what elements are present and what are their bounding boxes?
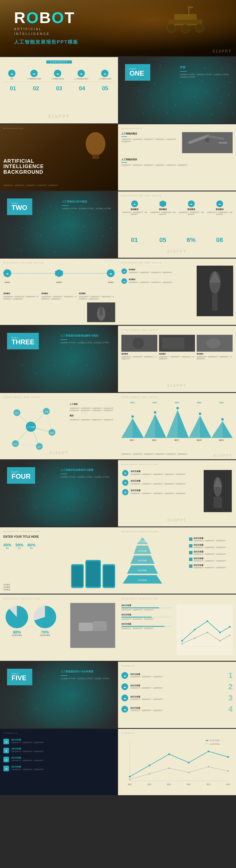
svg-rect-131	[162, 338, 184, 349]
pyramid: 知识主标题 知识主标题 知识主标题 知识主标题 知识主标题	[122, 536, 164, 585]
dist-text-content: 规划概述 在这里添加文字，在这里添加文字，在这里添加文字，在这里添加文字，在这里…	[3, 292, 114, 300]
research2-percents: 40% 概述 50% 概述 80% 概述	[3, 543, 35, 549]
contents-item-1: ☁ 序章	[5, 70, 19, 80]
svg-point-27	[161, 89, 162, 90]
svg-text:知识主标题: 知识主标题	[138, 550, 147, 552]
phone-labels: 知识概述 知识概述 知识概述	[3, 584, 10, 591]
svg-line-146	[17, 413, 31, 427]
part-four-content: 人工智能科研成果研究与展望 在这里输入文字内容，在这里输入文字内容，在这里输入文…	[60, 469, 112, 478]
svg-point-216	[181, 640, 183, 642]
svg-point-76	[36, 223, 37, 224]
svg-text:概述: 概述	[206, 783, 210, 785]
summary1-slide: SUMMARY ☁ 知识主标题 在这里添加文字，在这里添加文字，在这里添加文字 …	[118, 662, 236, 728]
svg-point-247	[68, 710, 69, 711]
svg-point-38	[187, 100, 188, 101]
invest-watermark: 615PPT	[167, 383, 187, 388]
svg-text:人工智能: 人工智能	[27, 426, 35, 428]
part-four-badge: PART FOUR	[7, 467, 35, 484]
svg-point-225	[229, 635, 231, 636]
svg-line-149	[31, 427, 39, 446]
part-one-slide: PART ONE 序章 在这里输入文字内容，在这里输入文字内容，在这里输入文字内…	[118, 57, 236, 123]
rocket-img	[197, 266, 233, 316]
svg-text:知识技术概述: 知识技术概述	[210, 743, 220, 745]
invest-label: INVESTMENT AND SCALE	[122, 329, 159, 331]
contents-item-4: ☁ 人工智能的规划与研究	[73, 70, 90, 80]
svg-point-125	[68, 374, 69, 375]
svg-point-236	[70, 683, 71, 684]
part-one-badge: PART ONE	[125, 64, 150, 81]
investment-slide: INVESTMENT AND SCALE 规划概述 在这里添加文字，在这里添加文…	[118, 326, 236, 392]
invest-items: 规划概述 在这里添加文字，在这里添加文字，在这里添加文字，在这里添加文字 规划概…	[122, 335, 233, 360]
svg-point-36	[164, 102, 165, 102]
svg-point-44	[156, 116, 157, 117]
svg-point-83	[40, 235, 41, 236]
svg-point-269	[188, 772, 190, 773]
research2-label: RESEARCH PRODUCTION	[3, 531, 40, 532]
svg-point-2	[167, 24, 176, 32]
summary2-chart-slide: SUMMARY	[118, 729, 236, 795]
part-two-slide: PART TWO 人工智能的分析与规划 在这里输入文字内容，在这里输入文字内容，…	[0, 191, 118, 258]
svg-point-268	[169, 768, 170, 769]
distribution-slide: DISTRIBUTION AND SCALE ☁ 规划概述 在这里添加文字，在这…	[118, 191, 236, 258]
svg-marker-156	[144, 414, 155, 438]
contents-slide: CONTENTS ☁ 序章 ☁ 人工智能的背景与现状 ☁ 人工智能的市场分析 ☁…	[0, 57, 118, 123]
artificial-text: ARTIFICIAL INTELLIGENCE	[14, 27, 78, 36]
svg-rect-208	[79, 623, 93, 631]
svg-point-242	[86, 700, 87, 701]
svg-point-24	[230, 82, 231, 83]
research4-slide: RESEARCH PRODUCTION 88% 知识技术概述 70% 知识技术概…	[0, 594, 118, 661]
part-five-badge: PART FIVE	[7, 669, 32, 685]
svg-point-81	[110, 227, 111, 228]
svg-point-241	[69, 698, 70, 698]
svg-point-127	[101, 374, 102, 375]
svg-point-126	[86, 377, 86, 378]
svg-point-39	[198, 103, 199, 104]
svg-rect-53	[92, 155, 99, 159]
svg-point-71	[72, 212, 74, 213]
robot-image	[182, 132, 233, 153]
network-slide: INVESTMENT AND SCALE 人工智能 经济 金融 教育 医疗 行业	[0, 393, 118, 459]
summary2-label: SUMMARY	[122, 732, 136, 734]
svg-point-184	[69, 496, 70, 497]
background-text: 在这里添加文字，在这里添加文字，在这里添加文字，在这里添加文字，在这里添加文字	[3, 184, 114, 187]
svg-point-176	[22, 486, 23, 487]
svg-point-43	[143, 113, 144, 114]
svg-point-240	[54, 700, 55, 701]
svg-point-46	[178, 117, 179, 118]
dist-numbers: 01 05 6% 08	[120, 237, 234, 244]
svg-point-168	[221, 418, 224, 421]
part-three-slide: PART THREE 人工智能规划创新挑战解析与规划 在这里输入文字内容，在这里…	[0, 326, 118, 392]
svg-text:概述: 概述	[187, 783, 191, 785]
svg-point-245	[35, 708, 36, 710]
svg-point-90	[38, 247, 38, 248]
svg-point-87	[102, 235, 103, 237]
svg-marker-159	[177, 410, 189, 438]
svg-rect-1	[169, 20, 202, 24]
svg-point-79	[84, 226, 85, 227]
svg-point-80	[99, 223, 100, 224]
svg-point-52	[86, 132, 105, 156]
svg-point-25	[138, 90, 140, 91]
svg-point-228	[43, 676, 44, 677]
svg-point-122	[21, 377, 22, 378]
invest2-watermark: 615PPT	[49, 451, 69, 455]
svg-point-219	[219, 631, 221, 633]
part-two-content: 人工智能的分析与规划 在这里输入文字内容，在这里输入文字内容，在这里输入文字内容	[62, 200, 112, 210]
part-three-badge: PART THREE	[7, 333, 39, 349]
svg-point-110	[24, 352, 25, 353]
svg-point-124	[53, 377, 54, 378]
svg-point-191	[85, 511, 86, 512]
svg-point-18	[154, 83, 155, 84]
svg-point-89	[21, 250, 22, 251]
svg-point-260	[129, 776, 131, 777]
svg-point-120	[87, 365, 88, 366]
svg-point-26	[150, 95, 151, 96]
svg-point-69	[42, 212, 43, 213]
svg-point-123	[36, 373, 37, 374]
svg-rect-6	[188, 6, 193, 8]
svg-point-104	[44, 341, 45, 342]
svg-point-49	[211, 114, 213, 115]
svg-point-266	[129, 779, 131, 780]
svg-point-19	[166, 78, 166, 79]
svg-point-229	[57, 669, 58, 670]
